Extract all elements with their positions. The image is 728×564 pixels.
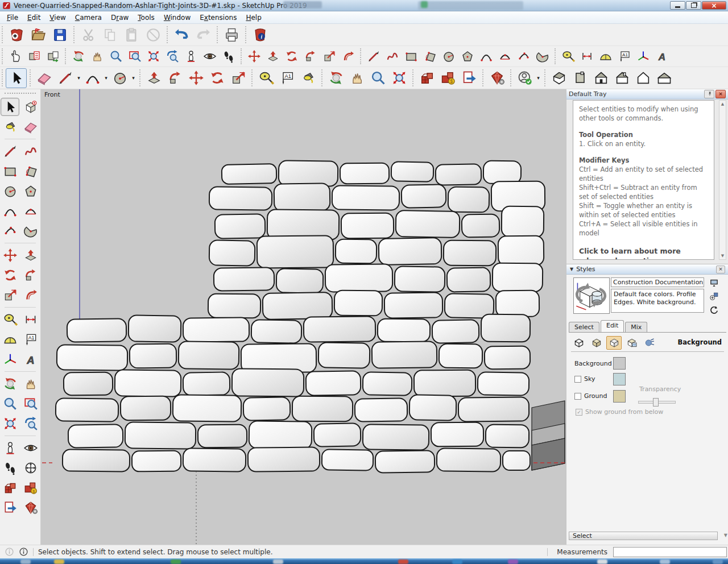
zoom-extents-button[interactable] — [388, 68, 410, 88]
view-right-button[interactable] — [653, 68, 675, 88]
protractor-button[interactable] — [596, 48, 615, 65]
ground-checkbox[interactable] — [574, 393, 581, 400]
pin-button[interactable] — [704, 90, 714, 98]
text-button[interactable]: A1 — [276, 68, 297, 88]
menu-window[interactable]: Window — [159, 12, 195, 23]
restore-button[interactable] — [686, 1, 701, 10]
pie-button[interactable] — [533, 48, 552, 65]
axes-button[interactable] — [634, 48, 652, 65]
paint-bucket-button[interactable] — [297, 68, 318, 88]
eraser-button[interactable] — [21, 118, 40, 136]
orbit-button[interactable] — [1, 375, 19, 393]
zoom-button[interactable] — [367, 68, 388, 88]
new-button[interactable] — [6, 25, 27, 45]
create-style-button[interactable] — [708, 291, 719, 302]
text-button[interactable]: A1 — [21, 330, 40, 349]
component-attributes-button[interactable] — [43, 48, 62, 65]
styles-header[interactable]: ▼ Styles × — [566, 264, 728, 275]
line-button[interactable] — [1, 142, 19, 160]
polygon-button[interactable] — [458, 48, 477, 65]
extension-manager-button[interactable] — [21, 499, 40, 517]
follow-me-button[interactable] — [301, 48, 320, 65]
menu-draw[interactable]: Draw — [106, 12, 133, 23]
scale-button[interactable] — [228, 68, 249, 88]
cut-button[interactable] — [77, 25, 99, 45]
measurements-input[interactable] — [613, 547, 727, 557]
push-pull-button[interactable] — [143, 68, 164, 88]
update-style-button[interactable] — [708, 305, 719, 316]
style-name-input[interactable]: Construction Documentation Sty — [611, 277, 704, 287]
eraser-button[interactable] — [34, 68, 55, 88]
zoom-window-button[interactable] — [125, 48, 144, 65]
push-pull-button[interactable] — [263, 48, 282, 65]
circle-button[interactable] — [109, 68, 130, 88]
protractor-button[interactable] — [1, 330, 19, 349]
ground-color-swatch[interactable] — [613, 390, 626, 403]
dimension-button[interactable] — [21, 310, 40, 329]
arc-button[interactable] — [82, 68, 103, 88]
secondary-collapse-icon[interactable]: ▼ — [724, 533, 727, 538]
rectangle-button[interactable] — [402, 48, 420, 65]
taskbar-app-icon[interactable] — [660, 559, 670, 564]
two-point-arc-button[interactable] — [495, 48, 514, 65]
erase-button[interactable] — [142, 25, 164, 45]
arc-button[interactable] — [1, 202, 19, 220]
move-button[interactable] — [245, 48, 263, 65]
select-button[interactable] — [6, 68, 27, 88]
pan-button[interactable] — [21, 375, 40, 393]
display-secondary-pane-button[interactable] — [708, 277, 719, 288]
follow-me-button[interactable] — [164, 68, 185, 88]
walk-button[interactable] — [1, 459, 19, 477]
scale-button[interactable] — [320, 48, 338, 65]
share-model-button[interactable] — [1, 499, 19, 517]
view-back-button[interactable] — [611, 68, 632, 88]
minimize-button[interactable] — [670, 1, 685, 10]
save-button[interactable] — [49, 25, 71, 45]
taskbar-app-icon[interactable] — [171, 559, 181, 564]
zoom-button[interactable] — [1, 395, 19, 413]
3d-text-button[interactable]: A — [652, 48, 671, 65]
taskbar-app-icon[interactable] — [20, 559, 31, 564]
open-button[interactable] — [27, 25, 49, 45]
move-button[interactable] — [185, 68, 206, 88]
credits-info-icon[interactable] — [19, 547, 28, 557]
view-top-button[interactable] — [569, 68, 590, 88]
instructor-scrollbar[interactable]: ▲ ▼ — [719, 100, 726, 260]
sky-checkbox[interactable] — [574, 376, 581, 383]
tape-measure-button[interactable] — [559, 48, 577, 65]
background-settings-button[interactable] — [606, 336, 622, 350]
push-pull-button[interactable] — [21, 246, 40, 264]
paint-bucket-button[interactable] — [1, 118, 19, 136]
circle-dropdown[interactable]: ▾ — [130, 75, 136, 81]
menu-help[interactable]: Help — [241, 12, 266, 23]
rotate-button[interactable] — [282, 48, 301, 65]
scroll-down-icon[interactable]: ▼ — [721, 254, 724, 258]
circle-button[interactable] — [439, 48, 458, 65]
rotate-button[interactable] — [206, 68, 228, 88]
sign-in-dropdown[interactable]: ▾ — [535, 75, 541, 81]
print-button[interactable] — [221, 25, 242, 45]
menu-extensions[interactable]: Extensions — [195, 12, 241, 23]
freehand-button[interactable] — [383, 48, 402, 65]
instructor-advanced-link[interactable]: Click to learn about more advanced opera… — [579, 246, 708, 260]
taskbar-app-icon[interactable] — [452, 559, 462, 564]
polygon-button[interactable] — [21, 182, 40, 200]
scroll-up-icon[interactable]: ▲ — [721, 102, 724, 106]
viewport[interactable]: Front — [41, 89, 566, 545]
scale-button[interactable] — [1, 286, 19, 304]
redo-button[interactable] — [192, 25, 214, 45]
transparency-slider-thumb[interactable] — [653, 398, 659, 407]
dimension-button[interactable] — [577, 48, 596, 65]
section-plane-button[interactable] — [21, 459, 40, 477]
menu-tools[interactable]: Tools — [133, 12, 159, 23]
freehand-button[interactable] — [21, 142, 40, 160]
text-button[interactable]: A1 — [615, 48, 634, 65]
taskbar-app-icon[interactable] — [273, 559, 283, 564]
rotated-rectangle-button[interactable] — [21, 162, 40, 180]
pie-button[interactable] — [21, 222, 40, 240]
tape-measure-button[interactable] — [1, 310, 19, 329]
look-around-button[interactable] — [21, 439, 40, 457]
zoom-extents-button[interactable] — [144, 48, 163, 65]
taskbar-app-icon[interactable] — [713, 559, 723, 564]
edge-settings-button[interactable] — [571, 336, 586, 350]
